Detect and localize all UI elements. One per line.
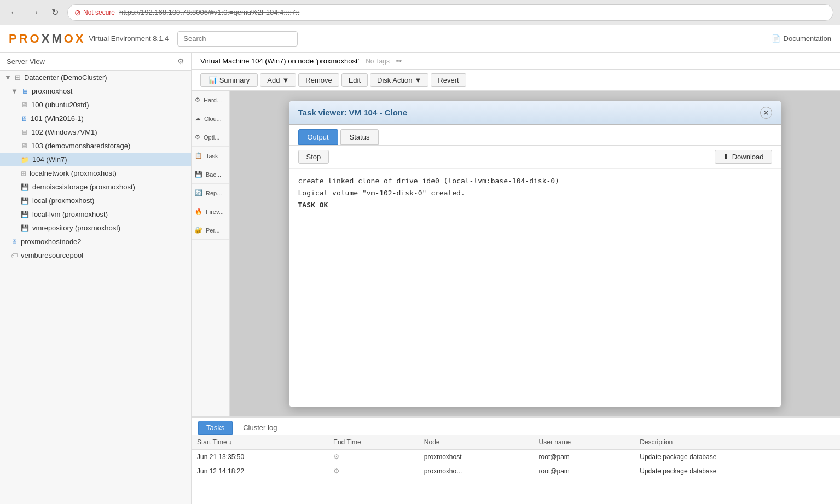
disk-action-button[interactable]: Disk Action ▼ <box>370 73 428 87</box>
cell-user: root@pam <box>534 450 635 464</box>
add-button[interactable]: Add ▼ <box>260 73 296 87</box>
tree-label: 103 (demovmonsharedstorage) <box>31 142 130 150</box>
disk-action-arrow-icon: ▼ <box>414 76 421 84</box>
vm-icon: 🖥 <box>21 115 27 123</box>
col-start-time[interactable]: Start Time ↓ <box>192 435 328 450</box>
col-description[interactable]: Description <box>634 435 840 450</box>
download-button[interactable]: ⬇ Download <box>715 150 772 164</box>
tree-item-vm103[interactable]: 🖥 103 (demovmonsharedstorage) <box>0 139 191 153</box>
cell-start-time: Jun 21 13:35:50 <box>192 450 328 464</box>
tree-label: vmrepository (proxmoxhost) <box>32 224 120 232</box>
app-container: P R O X M O X Virtual Environment 8.1.4 … <box>0 25 840 504</box>
main-view: Task viewer: VM 104 - Clone ✕ Output Sta… <box>230 91 840 416</box>
table-row: Jun 21 13:35:50 ⚙ proxmoxhost root@pam U… <box>192 450 840 464</box>
side-nav-backup[interactable]: 💾 Bac... <box>192 165 229 184</box>
tree-item-vm100[interactable]: 🖥 100 (ubuntu20std) <box>0 98 191 112</box>
tree-label: local (proxmoxhost) <box>32 196 94 205</box>
col-end-time[interactable]: End Time <box>328 435 419 450</box>
firewall-icon: 🔥 <box>195 208 202 215</box>
search-input[interactable] <box>177 31 298 47</box>
task-viewer-modal: Task viewer: VM 104 - Clone ✕ Output Sta… <box>289 101 781 407</box>
side-nav-hardware[interactable]: ⚙ Hard... <box>192 91 229 109</box>
no-tags-label: No Tags <box>366 57 390 65</box>
logo-p: P <box>9 32 17 46</box>
tree-label: 101 (Win2016-1) <box>31 114 84 123</box>
summary-button[interactable]: 📊 Summary <box>200 73 258 87</box>
spinner-icon: ⚙ <box>333 453 340 461</box>
tab-cluster-log[interactable]: Cluster log <box>235 421 285 435</box>
tab-tasks[interactable]: Tasks <box>198 421 233 435</box>
tab-status[interactable]: Status <box>340 129 379 145</box>
tree-item-vm102[interactable]: 🖥 102 (Windows7VM1) <box>0 125 191 139</box>
pool-icon: 🏷 <box>11 252 18 259</box>
main-content: Server View ⚙ ▼ ⊞ Datacenter (DemoCluste… <box>0 53 840 504</box>
col-username[interactable]: User name <box>534 435 635 450</box>
tree-label: 102 (Windows7VM1) <box>31 128 97 136</box>
stop-button[interactable]: Stop <box>298 150 329 164</box>
storage-icon: 💾 <box>21 211 29 218</box>
tree-item-proxmoxhostnode2[interactable]: 🖥 proxmoxhostnode2 <box>0 235 191 248</box>
download-icon: ⬇ <box>723 153 729 161</box>
backup-label: Bac... <box>206 171 221 178</box>
edit-button[interactable]: Edit <box>341 73 368 87</box>
revert-button[interactable]: Revert <box>431 73 466 87</box>
warning-icon: ⊘ <box>74 8 81 17</box>
sidebar: Server View ⚙ ▼ ⊞ Datacenter (DemoCluste… <box>0 53 192 504</box>
side-nav-permissions[interactable]: 🔐 Per... <box>192 221 229 240</box>
cloud-icon: ☁ <box>195 115 201 122</box>
bottom-panel: Tasks Cluster log Start Time ↓ End Time … <box>192 416 840 504</box>
modal-output: create linked clone of drive ide0 (local… <box>289 169 781 407</box>
node-icon: 🖥 <box>11 238 18 246</box>
task-icon: 📋 <box>195 152 202 159</box>
documentation-link[interactable]: 📄 Documentation <box>772 34 831 43</box>
side-nav-task[interactable]: 📋 Task <box>192 147 229 165</box>
datacenter-icon: ⊞ <box>15 73 21 82</box>
remove-button[interactable]: Remove <box>298 73 339 87</box>
tree-item-local[interactable]: 💾 local (proxmoxhost) <box>0 194 191 207</box>
tree-expand-icon: ▼ <box>11 87 18 95</box>
vm-title: Virtual Machine 104 (Win7) on node 'prox… <box>200 57 359 65</box>
tree-label: localnetwork (proxmoxhost) <box>30 169 117 177</box>
storage-icon: 💾 <box>21 183 29 191</box>
address-bar[interactable]: ⊘ Not secure https://192.168.100.78:8006… <box>67 4 833 21</box>
modal-overlay: Task viewer: VM 104 - Clone ✕ Output Sta… <box>230 91 840 416</box>
tree-item-local-lvm[interactable]: 💾 local-lvm (proxmoxhost) <box>0 207 191 221</box>
side-nav-cloudinit[interactable]: ☁ Clou... <box>192 109 229 128</box>
modal-close-button[interactable]: ✕ <box>760 107 772 119</box>
modal-tabs: Output Status <box>289 125 781 146</box>
side-nav-replication[interactable]: 🔄 Rep... <box>192 184 229 202</box>
cell-node: proxmoxhost <box>419 450 534 464</box>
forward-button[interactable]: → <box>27 5 43 20</box>
firewall-label: Firev... <box>206 208 224 215</box>
tree-item-vemburesourcepool[interactable]: 🏷 vemburesourcepool <box>0 248 191 262</box>
hardware-icon: ⚙ <box>195 96 200 103</box>
vm-icon: 🖥 <box>21 128 28 136</box>
tree-item-demoiscsistorage[interactable]: 💾 demoiscsistorage (proxmoxhost) <box>0 180 191 194</box>
replication-label: Rep... <box>206 190 222 196</box>
table-row: Jun 12 14:18:22 ⚙ proxmoxho... root@pam … <box>192 464 840 478</box>
right-panel: Virtual Machine 104 (Win7) on node 'prox… <box>192 53 840 504</box>
tree-label: 104 (Win7) <box>32 155 67 164</box>
tree-item-vm104[interactable]: 📁 104 (Win7) <box>0 153 191 166</box>
tree-item-proxmoxhost[interactable]: ▼ 🖥 proxmoxhost <box>0 84 191 98</box>
logo-x2: X <box>76 32 84 46</box>
sidebar-gear-icon[interactable]: ⚙ <box>177 57 184 66</box>
logo-o: O <box>30 32 39 46</box>
tree-item-datacenter[interactable]: ▼ ⊞ Datacenter (DemoCluster) <box>0 71 191 84</box>
tab-output[interactable]: Output <box>298 129 338 145</box>
tree-item-localnetwork[interactable]: ⊞ localnetwork (proxmoxhost) <box>0 166 191 180</box>
col-node[interactable]: Node <box>419 435 534 450</box>
back-button[interactable]: ← <box>7 5 22 20</box>
tree-item-vm101[interactable]: 🖥 101 (Win2016-1) <box>0 112 191 125</box>
tree-item-vmrepository[interactable]: 💾 vmrepository (proxmoxhost) <box>0 221 191 235</box>
proxmox-logo: P R O X M O X Virtual Environment 8.1.4 <box>9 32 169 46</box>
side-nav-options[interactable]: ⚙ Opti... <box>192 128 229 147</box>
reload-button[interactable]: ↻ <box>48 5 62 20</box>
side-nav-firewall[interactable]: 🔥 Firev... <box>192 202 229 221</box>
edit-tags-icon[interactable]: ✏ <box>396 57 402 65</box>
side-nav: ⚙ Hard... ☁ Clou... ⚙ Opti... 📋 Task <box>192 91 230 416</box>
cell-user: root@pam <box>534 464 635 478</box>
options-icon: ⚙ <box>195 134 200 141</box>
sidebar-title: Server View <box>7 57 45 66</box>
storage-icon: 💾 <box>21 224 29 232</box>
